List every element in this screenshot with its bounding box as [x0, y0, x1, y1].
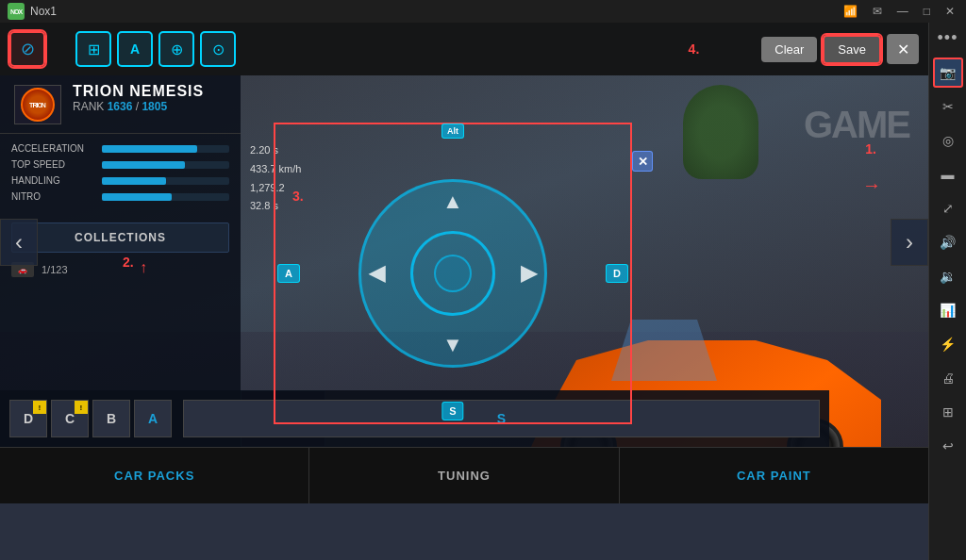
stat-label-handling: HANDLING	[11, 175, 96, 186]
sidebar-dots: •••	[938, 28, 958, 48]
game-area: ⊘ ⊞ A ⊕ ⊙ 4. Clear Save ✕ GAME	[0, 23, 928, 560]
controller-overlay: Alt ✕ ▲ ▼ ◀ ▶ A D S	[274, 123, 632, 424]
car-logo: TRION	[11, 83, 63, 125]
sidebar-icon-display[interactable]: ▬	[933, 159, 963, 189]
stat-handling: HANDLING	[11, 175, 229, 186]
toolbar-icon-gamepad[interactable]: ⊞	[75, 31, 111, 67]
sidebar-icon-back[interactable]: ↩	[933, 431, 963, 461]
collections-button[interactable]: COLLECTIONS	[11, 222, 229, 253]
car-logo-inner: TRION	[14, 85, 61, 124]
maximize-btn[interactable]: □	[920, 5, 934, 18]
stat-label-topspeed: TOP SPEED	[11, 159, 96, 170]
class-d-badge: !	[33, 401, 46, 414]
title-bar: NOX Nox1 📶 ✉ — □ ✕	[0, 0, 966, 23]
class-c-button[interactable]: C !	[51, 400, 89, 437]
sidebar-icon-volume-down[interactable]: 🔉	[933, 261, 963, 291]
toolbar-close-button[interactable]: ✕	[887, 34, 919, 64]
annotation-1-arrow: →	[862, 174, 881, 196]
top-toolbar: ⊘ ⊞ A ⊕ ⊙ 4. Clear Save ✕	[0, 23, 928, 75]
car-name: TRION NEMESIS	[73, 83, 229, 100]
sidebar-icon-screenshot[interactable]: 📷	[933, 58, 963, 88]
dpad-up-icon[interactable]: ▲	[442, 189, 463, 214]
stat-label-acceleration: ACCELERATION	[11, 143, 96, 154]
minimize-btn[interactable]: —	[893, 5, 912, 18]
stat-bar-bg-topspeed	[102, 161, 229, 169]
key-s[interactable]: S	[441, 402, 463, 420]
window-title: Nox1	[30, 5, 57, 18]
stat-bar-bg-acceleration	[102, 145, 229, 153]
game-logo-watermark: GAME	[804, 104, 909, 146]
stat-bar-acceleration	[102, 145, 197, 153]
sidebar-icon-location[interactable]: ◎	[933, 125, 963, 156]
class-d-button[interactable]: D !	[9, 400, 47, 437]
sidebar-icon-stats[interactable]: 📊	[933, 295, 963, 325]
sidebar-icon-fullscreen[interactable]: ⤢	[933, 193, 963, 223]
wifi-btn[interactable]: 📶	[840, 5, 861, 18]
clear-button[interactable]: Clear	[761, 37, 817, 62]
car-count-text: 1/123	[42, 264, 68, 275]
tab-car-paint[interactable]: CAR PAINT	[620, 448, 928, 503]
nav-left-button[interactable]: ‹	[0, 219, 38, 266]
stat-label-nitro: NITRO	[11, 191, 96, 202]
key-x-close[interactable]: ✕	[632, 151, 653, 172]
save-button[interactable]: Save	[823, 35, 881, 64]
annotation-2-arrow: ↑	[140, 259, 147, 276]
car-rank: RANK 1636 / 1805	[73, 100, 229, 113]
toolbar-icon-target[interactable]: ⊙	[200, 31, 236, 67]
annotation-2: 2.	[123, 255, 134, 270]
car-stats: ACCELERATION TOP SPEED HANDLING	[0, 134, 241, 217]
class-b-button[interactable]: B	[92, 400, 130, 437]
stat-bar-handling	[102, 177, 166, 185]
plant-decoration	[683, 85, 758, 179]
dpad-right-icon[interactable]: ▶	[521, 261, 537, 286]
nav-right-button[interactable]: ›	[891, 219, 928, 266]
trion-logo-text: TRION	[29, 101, 45, 107]
key-alt[interactable]: Alt	[441, 124, 464, 139]
sidebar-icon-volume-up[interactable]: 🔊	[933, 227, 963, 257]
toolbar-icon-record[interactable]: ⊘	[9, 31, 45, 67]
sidebar-icon-apps[interactable]: ⊞	[933, 397, 963, 427]
toolbar-icon-move[interactable]: ⊕	[158, 31, 194, 67]
game-content: GAME TRION	[0, 75, 928, 503]
stat-bar-bg-handling	[102, 177, 229, 185]
annotation-4: 4.	[689, 41, 700, 57]
trion-logo: TRION	[21, 88, 55, 122]
stat-nitro: NITRO	[11, 191, 229, 202]
dpad-left-icon[interactable]: ◀	[369, 261, 385, 286]
right-sidebar: ••• 📷 ✂ ◎ ▬ ⤢ 🔊 🔉 📊 ⚡ 🖨 ⊞ ↩	[928, 23, 966, 560]
bottom-tabs: CAR PACKS TUNING CAR PAINT	[0, 447, 928, 503]
dpad-center	[434, 255, 472, 292]
key-d[interactable]: D	[606, 264, 628, 283]
key-a[interactable]: A	[277, 264, 300, 283]
sidebar-icon-scissors[interactable]: ✂	[933, 91, 963, 122]
mail-btn[interactable]: ✉	[869, 5, 886, 18]
rank-current: 1636	[108, 100, 133, 113]
dpad-down-icon[interactable]: ▼	[442, 333, 463, 357]
stat-acceleration: ACCELERATION	[11, 143, 229, 154]
nox-logo: NOX	[8, 3, 25, 20]
annotation-1: 1.	[865, 141, 876, 156]
main-container: ⊘ ⊞ A ⊕ ⊙ 4. Clear Save ✕ GAME	[0, 23, 966, 560]
stat-bar-bg-nitro	[102, 193, 229, 201]
tab-car-packs[interactable]: CAR PACKS	[0, 448, 309, 503]
toolbar-icon-keyboard[interactable]: A	[117, 31, 153, 67]
class-c-badge: !	[75, 401, 88, 414]
class-a-button[interactable]: A	[134, 400, 172, 437]
sidebar-icon-printer[interactable]: 🖨	[933, 363, 963, 393]
car-header: TRION TRION NEMESIS RANK 1636 / 1805	[0, 75, 241, 134]
tab-tuning[interactable]: TUNING	[309, 448, 619, 503]
stat-bar-nitro	[102, 193, 172, 201]
dpad-inner	[410, 231, 495, 316]
dpad-outer[interactable]: ▲ ▼ ◀ ▶	[358, 179, 547, 368]
sidebar-icon-sparkle[interactable]: ⚡	[933, 329, 963, 359]
stat-topspeed: TOP SPEED	[11, 159, 229, 170]
rank-max: 1805	[142, 100, 167, 113]
stat-bar-topspeed	[102, 161, 185, 169]
close-btn[interactable]: ✕	[941, 5, 958, 18]
